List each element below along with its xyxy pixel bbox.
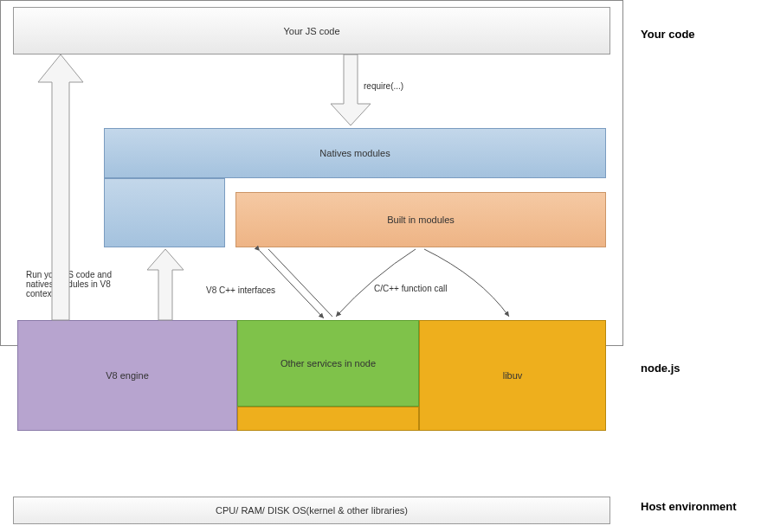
your-js-code-box: Your JS code (13, 7, 610, 54)
edge-v8-interfaces: V8 C++ interfaces (206, 285, 275, 295)
orange-sub-box (237, 407, 419, 431)
blue-sub-box (104, 178, 225, 247)
section-your-code: Your code (641, 28, 695, 41)
builtin-modules-box: Built in modules (235, 192, 606, 247)
v8-engine-label: V8 engine (106, 370, 149, 381)
edge-require: require(...) (364, 81, 403, 91)
edge-run-context: Run your JS code and natives modules in … (26, 270, 130, 298)
edge-c-func-call: C/C++ function call (374, 284, 448, 293)
natives-modules-box: Natives modules (104, 128, 606, 178)
section-host-env: Host environment (641, 500, 737, 513)
section-nodejs: node.js (641, 362, 680, 375)
your-js-code-label: Your JS code (283, 26, 339, 36)
libuv-label: libuv (503, 370, 523, 381)
natives-modules-label: Natives modules (319, 148, 390, 158)
host-env-box: CPU/ RAM/ DISK OS(kernel & other librari… (13, 497, 610, 524)
other-services-box: Other services in node (237, 320, 419, 407)
other-services-label: Other services in node (281, 358, 376, 369)
host-env-label: CPU/ RAM/ DISK OS(kernel & other librari… (216, 505, 408, 516)
builtin-modules-label: Built in modules (387, 215, 455, 225)
libuv-box: libuv (419, 320, 606, 431)
v8-engine-box: V8 engine (17, 320, 237, 431)
